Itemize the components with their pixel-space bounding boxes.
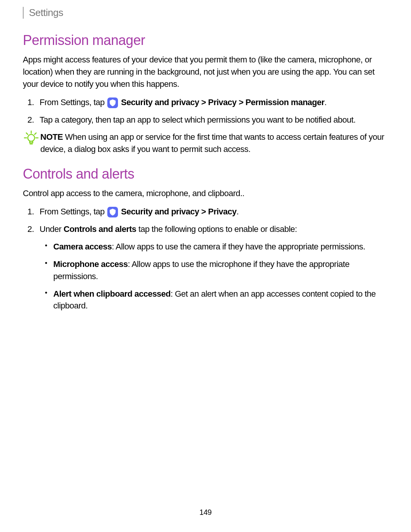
list-item: Alert when clipboard accessed: Get an al… [53, 288, 388, 312]
svg-point-5 [28, 134, 35, 141]
note-body: When using an app or service for the fir… [40, 132, 384, 154]
step-1-pre: From Settings, tap [40, 207, 107, 216]
heading-controls-alerts: Controls and alerts [23, 166, 388, 182]
step-1-post: . [325, 97, 327, 107]
step-2-bold: Controls and alerts [64, 224, 136, 234]
intro-permission-manager: Apps might access features of your devic… [23, 54, 388, 90]
step-1-pre: From Settings, tap [40, 97, 107, 107]
intro-controls-alerts: Control app access to the camera, microp… [23, 187, 388, 200]
bullet-list: Camera access: Allow apps to use the cam… [53, 241, 388, 312]
note-block: NOTE When using an app or service for th… [24, 131, 388, 155]
note-text: NOTE When using an app or service for th… [40, 131, 388, 155]
step-2-post: tap the following options to enable or d… [136, 224, 297, 234]
page-number: 149 [0, 508, 411, 517]
bullet-bold: Microphone access [53, 259, 128, 269]
note-label: NOTE [40, 132, 63, 142]
bullet-rest: : Allow apps to use the camera if they h… [112, 242, 365, 251]
step-2-pre: Under [40, 224, 64, 234]
svg-line-1 [26, 133, 28, 134]
bullet-bold: Alert when clipboard accessed [53, 289, 170, 299]
step-1-bold: Security and privacy > Privacy [119, 207, 236, 216]
lightbulb-icon [24, 130, 39, 145]
steps-permission-manager: From Settings, tap Security and privacy … [40, 96, 388, 126]
shield-icon [107, 97, 118, 108]
step-1: From Settings, tap Security and privacy … [40, 96, 388, 109]
step-2: Tap a category, then tap an app to selec… [40, 114, 388, 126]
step-1: From Settings, tap Security and privacy … [40, 206, 388, 218]
steps-controls-alerts: From Settings, tap Security and privacy … [40, 206, 388, 312]
step-1-bold: Security and privacy > Privacy > Permiss… [119, 97, 324, 107]
svg-line-2 [35, 133, 36, 134]
breadcrumb: Settings [23, 7, 388, 19]
step-1-post: . [237, 207, 239, 216]
step-2: Under Controls and alerts tap the follow… [40, 223, 388, 312]
heading-permission-manager: Permission manager [23, 32, 388, 48]
shield-icon [107, 207, 118, 217]
list-item: Camera access: Allow apps to use the cam… [53, 241, 388, 253]
list-item: Microphone access: Allow apps to use the… [53, 258, 388, 283]
bullet-bold: Camera access [53, 242, 112, 251]
